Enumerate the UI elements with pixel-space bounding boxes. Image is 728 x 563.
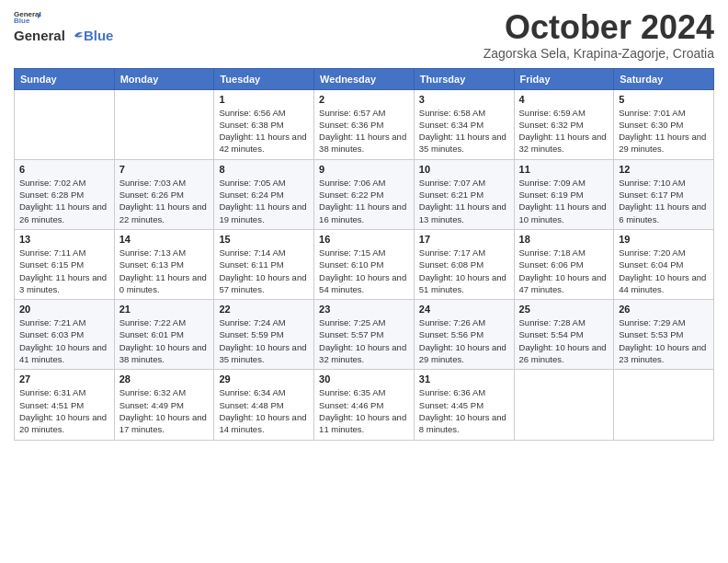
day-number: 22 — [219, 304, 309, 315]
calendar-cell — [514, 370, 614, 440]
calendar-cell: 9Sunrise: 7:06 AM Sunset: 6:22 PM Daylig… — [314, 159, 415, 229]
logo-general: General — [14, 28, 65, 43]
calendar-cell: 26Sunrise: 7:29 AM Sunset: 5:53 PM Dayli… — [614, 300, 714, 370]
day-number: 20 — [19, 304, 109, 315]
day-number: 3 — [419, 94, 509, 105]
day-number: 21 — [119, 304, 210, 315]
col-tuesday: Tuesday — [214, 68, 314, 89]
month-title: October 2024 — [483, 9, 714, 46]
calendar-cell: 25Sunrise: 7:28 AM Sunset: 5:54 PM Dayli… — [514, 300, 614, 370]
day-info: Sunrise: 7:11 AM Sunset: 6:15 PM Dayligh… — [19, 247, 109, 295]
day-number: 31 — [419, 373, 509, 385]
col-wednesday: Wednesday — [314, 68, 415, 89]
calendar-cell: 18Sunrise: 7:18 AM Sunset: 6:06 PM Dayli… — [514, 229, 614, 299]
calendar-cell: 24Sunrise: 7:26 AM Sunset: 5:56 PM Dayli… — [414, 300, 514, 370]
day-info: Sunrise: 7:09 AM Sunset: 6:19 PM Dayligh… — [519, 177, 609, 225]
calendar-week-3: 13Sunrise: 7:11 AM Sunset: 6:15 PM Dayli… — [15, 229, 714, 299]
day-info: Sunrise: 7:06 AM Sunset: 6:22 PM Dayligh… — [319, 177, 409, 225]
day-info: Sunrise: 6:35 AM Sunset: 4:46 PM Dayligh… — [319, 386, 409, 435]
calendar-cell: 7Sunrise: 7:03 AM Sunset: 6:26 PM Daylig… — [114, 159, 214, 229]
day-number: 11 — [519, 164, 609, 175]
day-info: Sunrise: 6:34 AM Sunset: 4:48 PM Dayligh… — [219, 386, 309, 435]
col-sunday: Sunday — [15, 68, 115, 89]
day-number: 2 — [319, 94, 409, 105]
day-number: 28 — [119, 373, 210, 385]
calendar-cell: 16Sunrise: 7:15 AM Sunset: 6:10 PM Dayli… — [314, 229, 415, 299]
day-number: 30 — [319, 373, 409, 385]
calendar-cell: 19Sunrise: 7:20 AM Sunset: 6:04 PM Dayli… — [614, 229, 714, 299]
day-number: 14 — [119, 234, 210, 245]
calendar-cell: 1Sunrise: 6:56 AM Sunset: 6:38 PM Daylig… — [214, 89, 314, 159]
calendar-cell: 28Sunrise: 6:32 AM Sunset: 4:49 PM Dayli… — [114, 370, 214, 440]
day-info: Sunrise: 7:13 AM Sunset: 6:13 PM Dayligh… — [119, 247, 210, 295]
day-info: Sunrise: 6:57 AM Sunset: 6:36 PM Dayligh… — [319, 107, 409, 155]
calendar-cell: 23Sunrise: 7:25 AM Sunset: 5:57 PM Dayli… — [314, 300, 415, 370]
calendar-cell: 3Sunrise: 6:58 AM Sunset: 6:34 PM Daylig… — [414, 89, 514, 159]
day-info: Sunrise: 6:36 AM Sunset: 4:45 PM Dayligh… — [419, 386, 509, 435]
day-number: 9 — [319, 164, 409, 175]
calendar-cell: 4Sunrise: 6:59 AM Sunset: 6:32 PM Daylig… — [514, 89, 614, 159]
col-thursday: Thursday — [414, 68, 514, 89]
header: General Blue General Blue October 2024 Z… — [14, 9, 714, 61]
calendar-cell: 21Sunrise: 7:22 AM Sunset: 6:01 PM Dayli… — [114, 300, 214, 370]
calendar-cell: 11Sunrise: 7:09 AM Sunset: 6:19 PM Dayli… — [514, 159, 614, 229]
day-number: 1 — [219, 94, 309, 105]
title-area: October 2024 Zagorska Sela, Krapina-Zago… — [483, 9, 714, 61]
logo-icon: General Blue — [14, 9, 41, 26]
day-info: Sunrise: 7:26 AM Sunset: 5:56 PM Dayligh… — [419, 316, 509, 365]
day-info: Sunrise: 7:25 AM Sunset: 5:57 PM Dayligh… — [319, 316, 409, 365]
day-number: 25 — [519, 304, 609, 315]
day-number: 17 — [419, 234, 509, 245]
calendar-cell — [15, 89, 115, 159]
col-saturday: Saturday — [614, 68, 714, 89]
page: General Blue General Blue October 2024 Z… — [0, 0, 728, 563]
calendar-cell: 15Sunrise: 7:14 AM Sunset: 6:11 PM Dayli… — [214, 229, 314, 299]
day-number: 16 — [319, 234, 409, 245]
day-info: Sunrise: 7:17 AM Sunset: 6:08 PM Dayligh… — [419, 247, 509, 295]
day-info: Sunrise: 6:31 AM Sunset: 4:51 PM Dayligh… — [19, 386, 109, 435]
calendar-cell: 17Sunrise: 7:17 AM Sunset: 6:08 PM Dayli… — [414, 229, 514, 299]
day-info: Sunrise: 7:05 AM Sunset: 6:24 PM Dayligh… — [219, 177, 309, 225]
day-number: 23 — [319, 304, 409, 315]
day-info: Sunrise: 6:58 AM Sunset: 6:34 PM Dayligh… — [419, 107, 509, 155]
day-info: Sunrise: 7:07 AM Sunset: 6:21 PM Dayligh… — [419, 177, 509, 225]
day-number: 5 — [619, 94, 709, 105]
calendar-cell: 8Sunrise: 7:05 AM Sunset: 6:24 PM Daylig… — [214, 159, 314, 229]
day-info: Sunrise: 7:22 AM Sunset: 6:01 PM Dayligh… — [119, 316, 210, 365]
calendar-cell: 12Sunrise: 7:10 AM Sunset: 6:17 PM Dayli… — [614, 159, 714, 229]
calendar-cell: 22Sunrise: 7:24 AM Sunset: 5:59 PM Dayli… — [214, 300, 314, 370]
day-number: 10 — [419, 164, 509, 175]
day-info: Sunrise: 6:59 AM Sunset: 6:32 PM Dayligh… — [519, 107, 609, 155]
svg-text:Blue: Blue — [14, 17, 30, 25]
calendar-cell: 13Sunrise: 7:11 AM Sunset: 6:15 PM Dayli… — [15, 229, 115, 299]
calendar-cell: 27Sunrise: 6:31 AM Sunset: 4:51 PM Dayli… — [15, 370, 115, 440]
calendar-cell: 30Sunrise: 6:35 AM Sunset: 4:46 PM Dayli… — [314, 370, 415, 440]
calendar-week-4: 20Sunrise: 7:21 AM Sunset: 6:03 PM Dayli… — [15, 300, 714, 370]
calendar-week-2: 6Sunrise: 7:02 AM Sunset: 6:28 PM Daylig… — [15, 159, 714, 229]
calendar-cell: 14Sunrise: 7:13 AM Sunset: 6:13 PM Dayli… — [114, 229, 214, 299]
calendar-cell: 10Sunrise: 7:07 AM Sunset: 6:21 PM Dayli… — [414, 159, 514, 229]
calendar-week-1: 1Sunrise: 6:56 AM Sunset: 6:38 PM Daylig… — [15, 89, 714, 159]
day-number: 8 — [219, 164, 309, 175]
day-number: 26 — [619, 304, 709, 315]
day-number: 6 — [19, 164, 109, 175]
calendar-cell: 6Sunrise: 7:02 AM Sunset: 6:28 PM Daylig… — [15, 159, 115, 229]
day-info: Sunrise: 7:02 AM Sunset: 6:28 PM Dayligh… — [19, 177, 109, 225]
logo: General Blue General Blue — [14, 9, 113, 43]
day-number: 24 — [419, 304, 509, 315]
day-number: 19 — [619, 234, 709, 245]
day-info: Sunrise: 7:20 AM Sunset: 6:04 PM Dayligh… — [619, 247, 709, 295]
day-info: Sunrise: 7:18 AM Sunset: 6:06 PM Dayligh… — [519, 247, 609, 295]
calendar-cell: 2Sunrise: 6:57 AM Sunset: 6:36 PM Daylig… — [314, 89, 415, 159]
calendar-cell — [114, 89, 214, 159]
day-info: Sunrise: 7:29 AM Sunset: 5:53 PM Dayligh… — [619, 316, 709, 365]
calendar-cell: 29Sunrise: 6:34 AM Sunset: 4:48 PM Dayli… — [214, 370, 314, 440]
day-info: Sunrise: 6:32 AM Sunset: 4:49 PM Dayligh… — [119, 386, 210, 435]
day-number: 27 — [19, 373, 109, 385]
day-info: Sunrise: 7:01 AM Sunset: 6:30 PM Dayligh… — [619, 107, 709, 155]
logo-blue: Blue — [84, 28, 114, 43]
col-monday: Monday — [114, 68, 214, 89]
day-info: Sunrise: 7:14 AM Sunset: 6:11 PM Dayligh… — [219, 247, 309, 295]
calendar-cell — [614, 370, 714, 440]
calendar-cell: 31Sunrise: 6:36 AM Sunset: 4:45 PM Dayli… — [414, 370, 514, 440]
